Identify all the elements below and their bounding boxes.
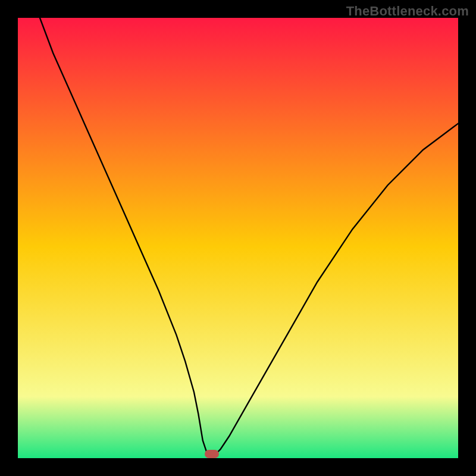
watermark-text: TheBottleneck.com [346,4,469,19]
bottleneck-curve [18,18,458,458]
optimum-marker [205,450,219,458]
chart-frame: TheBottleneck.com [0,0,476,476]
plot-area [18,18,458,458]
